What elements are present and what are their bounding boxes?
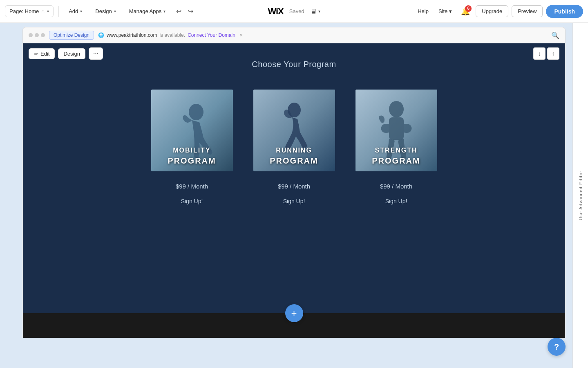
move-down-button[interactable]: ↓: [533, 47, 546, 60]
section-design-button[interactable]: Design: [58, 48, 85, 59]
device-chevron: ▾: [318, 9, 320, 13]
svg-point-1: [189, 104, 203, 120]
running-price: $99 / Month: [278, 183, 310, 190]
add-button[interactable]: Add ▾: [64, 6, 87, 17]
running-name-sm: RUNNING: [253, 147, 335, 154]
browser-url-bar: 🌐 www.peaktriathlon.com is available. Co…: [98, 32, 243, 38]
toolbar-center: WiX Saved 🖥 ▾: [268, 6, 320, 17]
notification-badge: 6: [465, 5, 472, 12]
dot-2: [35, 33, 39, 37]
help-button[interactable]: Help: [414, 6, 432, 17]
browser-dots: [29, 33, 45, 37]
more-options-button[interactable]: ···: [89, 47, 103, 60]
home-icon: ⌂: [41, 8, 45, 14]
optimize-design-tab[interactable]: Optimize Design: [49, 31, 94, 40]
section-title: Choose Your Program: [252, 60, 336, 69]
site-button[interactable]: Site ▾: [435, 6, 455, 17]
notifications-button[interactable]: 🔔 6: [458, 4, 472, 18]
manage-apps-button[interactable]: Manage Apps ▾: [124, 6, 171, 17]
add-chevron: ▾: [80, 9, 82, 13]
design-chevron: ▾: [114, 9, 116, 13]
section-controls: ✏ Edit Design ···: [29, 47, 103, 60]
right-panel: Use Advanced Editor: [572, 23, 588, 368]
connect-domain-link[interactable]: Connect Your Domain: [188, 32, 235, 38]
main-toolbar: Page: Home ⌂ ▾ Add ▾ Design ▾ Manage App…: [0, 0, 588, 23]
strength-label: STRENGTH PROGRAM: [355, 147, 437, 166]
running-name-prog: PROGRAM: [270, 156, 318, 165]
upgrade-button[interactable]: Upgrade: [476, 5, 508, 17]
move-up-button[interactable]: ↑: [547, 47, 559, 60]
programs-grid: MOBILITY PROGRAM $99 / Month Sign Up!: [151, 90, 437, 204]
mobility-image: MOBILITY PROGRAM: [151, 90, 233, 171]
mobility-name-sm: MOBILITY: [151, 147, 233, 154]
edit-button[interactable]: ✏ Edit: [29, 48, 55, 59]
device-icon: 🖥: [310, 8, 317, 15]
running-image: RUNNING PROGRAM: [253, 90, 335, 171]
redo-button[interactable]: ↪: [186, 6, 196, 17]
program-section: Choose Your Program: [23, 43, 565, 313]
browser-search-icon[interactable]: 🔍: [551, 31, 559, 39]
page-selector[interactable]: Page: Home ⌂ ▾: [5, 5, 54, 17]
mobility-label: MOBILITY PROGRAM: [151, 147, 233, 166]
dot-1: [29, 33, 33, 37]
separator-1: [58, 6, 59, 17]
strength-name-prog: PROGRAM: [372, 156, 420, 165]
undo-redo-group: ↩ ↪: [174, 6, 196, 17]
dot-3: [41, 33, 45, 37]
wix-logo: WiX: [268, 6, 283, 17]
close-tab-button[interactable]: ×: [239, 32, 243, 38]
edit-label: Edit: [40, 51, 49, 57]
running-label: RUNNING PROGRAM: [253, 147, 335, 166]
strength-signup-link[interactable]: Sign Up!: [385, 198, 407, 204]
program-card-running: RUNNING PROGRAM $99 / Month Sign Up!: [253, 90, 335, 204]
device-selector[interactable]: 🖥 ▾: [310, 8, 320, 15]
design-button[interactable]: Design ▾: [90, 6, 121, 17]
browser-bar: Optimize Design 🌐 www.peaktriathlon.com …: [22, 27, 566, 43]
mobility-signup-link[interactable]: Sign Up!: [181, 198, 203, 204]
program-card-strength: STRENGTH PROGRAM $99 / Month Sign Up!: [355, 90, 437, 204]
help-circle-button[interactable]: ?: [548, 338, 566, 356]
program-card-mobility: MOBILITY PROGRAM $99 / Month Sign Up!: [151, 90, 233, 204]
mobility-price: $99 / Month: [176, 183, 208, 190]
strength-image: STRENGTH PROGRAM: [355, 90, 437, 171]
globe-icon: 🌐: [98, 32, 104, 38]
section-arrows: ↓ ↑: [533, 47, 559, 60]
svg-rect-6: [389, 117, 404, 140]
available-text: is available.: [159, 32, 185, 38]
strength-name-sm: STRENGTH: [355, 147, 437, 154]
edit-icon: ✏: [34, 51, 38, 57]
running-signup-link[interactable]: Sign Up!: [283, 198, 305, 204]
mobility-name-prog: PROGRAM: [168, 156, 216, 165]
strength-price: $99 / Month: [380, 183, 412, 190]
manage-apps-chevron: ▾: [163, 9, 165, 13]
advanced-editor-label[interactable]: Use Advanced Editor: [577, 167, 585, 224]
canvas-area: ✏ Edit Design ··· ↓ ↑ Choose Your Progra…: [22, 43, 566, 338]
preview-button[interactable]: Preview: [512, 5, 543, 17]
page-chevron: ▾: [47, 9, 49, 13]
page-label: Page: Home: [9, 8, 39, 14]
add-section-button[interactable]: +: [285, 304, 303, 322]
url-text: www.peaktriathlon.com: [107, 32, 157, 38]
toolbar-right: Help Site ▾ 🔔 6 Upgrade Preview Publish: [414, 4, 583, 18]
more-icon: ···: [93, 50, 98, 57]
undo-button[interactable]: ↩: [174, 6, 184, 17]
svg-point-5: [389, 101, 404, 117]
saved-status: Saved: [289, 8, 304, 14]
publish-button[interactable]: Publish: [546, 5, 583, 18]
